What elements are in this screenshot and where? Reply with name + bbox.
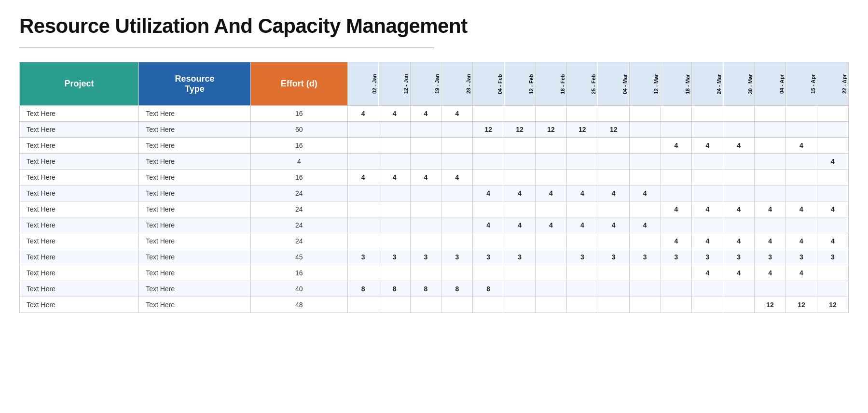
cell-value: 3 [817, 249, 848, 265]
cell-effort: 16 [250, 106, 347, 122]
cell-value [817, 265, 848, 281]
cell-value [817, 170, 848, 185]
cell-value [410, 217, 441, 233]
cell-value [692, 122, 723, 138]
cell-value [347, 201, 379, 217]
cell-value: 4 [473, 185, 504, 201]
cell-value [504, 297, 536, 313]
cell-project: Text Here [20, 106, 139, 122]
cell-value: 12 [504, 122, 536, 138]
cell-value: 4 [441, 170, 473, 185]
cell-value [410, 297, 441, 313]
cell-value [629, 281, 661, 297]
cell-value: 12 [598, 122, 629, 138]
cell-resource: Text Here [139, 249, 251, 265]
cell-project: Text Here [20, 217, 139, 233]
col-header-date-13: 04 - Apr [755, 62, 786, 106]
cell-value: 4 [504, 217, 536, 233]
cell-effort: 4 [250, 154, 347, 170]
cell-value: 4 [536, 185, 567, 201]
table-row: Text HereText Here24444444 [20, 185, 849, 201]
cell-value: 4 [661, 138, 692, 154]
cell-resource: Text Here [139, 281, 251, 297]
cell-value [379, 297, 410, 313]
cell-value: 4 [755, 201, 786, 217]
col-header-date-12: 30 - Mar [723, 62, 755, 106]
cell-project: Text Here [20, 265, 139, 281]
cell-value [536, 297, 567, 313]
cell-value [629, 122, 661, 138]
cell-effort: 48 [250, 297, 347, 313]
col-header-date-2: 19 - Jan [410, 62, 441, 106]
table-row: Text HereText Here48121212 [20, 297, 849, 313]
page-title: Resource Utilization And Capacity Manage… [19, 14, 849, 38]
cell-project: Text Here [20, 281, 139, 297]
cell-value [661, 154, 692, 170]
cell-value [473, 106, 504, 122]
cell-value [661, 217, 692, 233]
cell-value [504, 281, 536, 297]
cell-value: 4 [598, 217, 629, 233]
cell-value: 4 [536, 217, 567, 233]
cell-value [473, 201, 504, 217]
cell-value [598, 233, 629, 249]
cell-value [441, 233, 473, 249]
cell-value [379, 233, 410, 249]
col-header-date-5: 12 - Feb [504, 62, 536, 106]
cell-value [441, 265, 473, 281]
cell-value [566, 297, 598, 313]
cell-value [473, 154, 504, 170]
cell-value [441, 217, 473, 233]
col-header-date-15: 22 - Apr [817, 62, 848, 106]
col-header-date-1: 12 - Jan [379, 62, 410, 106]
cell-value [786, 185, 817, 201]
cell-value: 3 [347, 249, 379, 265]
cell-value: 3 [692, 249, 723, 265]
cell-resource: Text Here [139, 106, 251, 122]
cell-value [410, 138, 441, 154]
cell-value [692, 297, 723, 313]
cell-value [347, 138, 379, 154]
cell-value: 3 [473, 249, 504, 265]
cell-value: 4 [786, 233, 817, 249]
cell-resource: Text Here [139, 265, 251, 281]
cell-value [473, 233, 504, 249]
cell-value [598, 201, 629, 217]
col-header-date-7: 25 - Feb [566, 62, 598, 106]
cell-value [536, 138, 567, 154]
cell-value [410, 154, 441, 170]
cell-value [504, 201, 536, 217]
cell-value [723, 217, 755, 233]
cell-value [755, 170, 786, 185]
cell-value [817, 106, 848, 122]
cell-value [347, 217, 379, 233]
cell-value: 4 [661, 201, 692, 217]
cell-effort: 40 [250, 281, 347, 297]
cell-value: 4 [786, 201, 817, 217]
cell-value: 8 [379, 281, 410, 297]
cell-value: 4 [786, 138, 817, 154]
cell-value [441, 154, 473, 170]
cell-value [786, 217, 817, 233]
cell-value [410, 122, 441, 138]
cell-value [379, 154, 410, 170]
cell-value [755, 138, 786, 154]
col-header-resource: ResourceType [139, 62, 251, 106]
col-header-date-10: 18 - Mar [661, 62, 692, 106]
cell-value [536, 106, 567, 122]
cell-value [536, 233, 567, 249]
cell-value [504, 138, 536, 154]
cell-value [629, 106, 661, 122]
cell-value [598, 154, 629, 170]
col-header-date-8: 04 - Mar [598, 62, 629, 106]
cell-value [629, 233, 661, 249]
cell-value [441, 122, 473, 138]
table-row: Text HereText Here601212121212 [20, 122, 849, 138]
cell-value [441, 297, 473, 313]
cell-value [629, 170, 661, 185]
cell-value [566, 106, 598, 122]
cell-value [755, 217, 786, 233]
cell-value: 12 [817, 297, 848, 313]
cell-value [629, 154, 661, 170]
cell-value: 3 [504, 249, 536, 265]
